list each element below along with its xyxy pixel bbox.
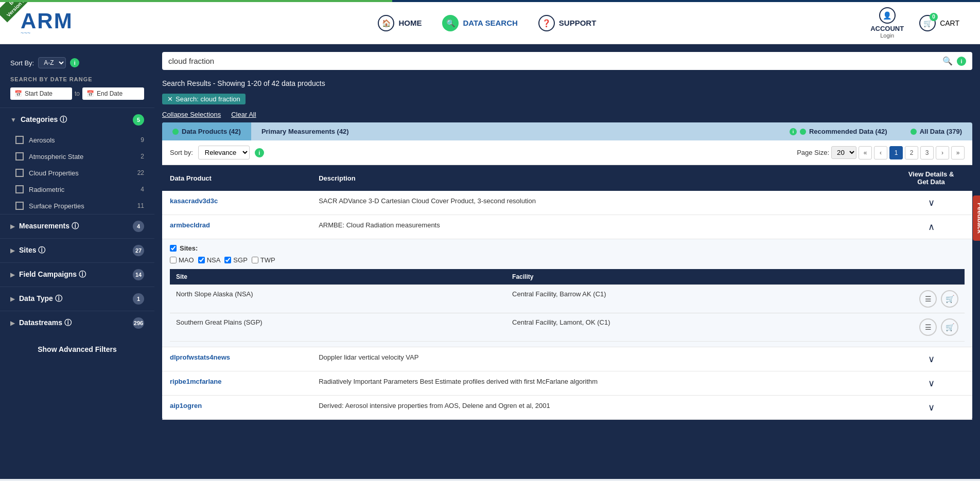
page-last-button[interactable]: » <box>951 146 965 159</box>
filter-header-3[interactable]: ▶Field Campaigns ⓘ14 <box>0 263 154 287</box>
expand-button-4[interactable]: ∨ <box>928 402 935 413</box>
search-input[interactable] <box>168 57 938 65</box>
product-name-4[interactable]: aip1ogren <box>170 402 202 409</box>
tab-recommended-icon: i <box>790 128 797 135</box>
end-date-field[interactable]: 📅 End Date <box>82 87 144 100</box>
filter-item-0-3[interactable]: Radiometric4 <box>0 181 154 198</box>
product-name-0[interactable]: kasacradv3d3c <box>170 197 218 205</box>
details-icon[interactable]: ☰ <box>919 290 937 308</box>
feedback-tab[interactable]: Feedback <box>973 195 981 241</box>
description-cell-4: Derived: Aerosol intensive properties fr… <box>311 396 890 420</box>
description-cell-3: Radiatively Important Parameters Best Es… <box>311 371 890 396</box>
page-3-button[interactable]: 3 <box>920 146 934 159</box>
sort-select[interactable]: A-Z Z-A <box>38 57 66 68</box>
filter-chevron-5: ▶ <box>10 319 15 327</box>
sort-by-label: Sort by: <box>170 149 193 156</box>
inner-facility-0: Central Facility, Barrow AK (C1) <box>506 285 882 313</box>
site-cb-SGP[interactable]: SGP <box>224 256 247 264</box>
show-advanced-filters[interactable]: Show Advanced Filters <box>0 335 154 364</box>
site-cb-TWP[interactable]: TWP <box>252 256 275 264</box>
expand-button-0[interactable]: ∨ <box>928 197 935 208</box>
home-label: HOME <box>398 19 422 27</box>
table-row: aip1ogrenDerived: Aerosol intensive prop… <box>162 396 972 420</box>
nav-data-search[interactable]: 🔍 DATA SEARCH <box>442 15 517 31</box>
filter-chevron-3: ▶ <box>10 271 15 278</box>
filter-item-0-2[interactable]: Cloud Properties22 <box>0 165 154 181</box>
filter-item-label-0-3: Radiometric <box>29 186 135 193</box>
sort-info-icon-2[interactable]: i <box>255 148 264 157</box>
sites-all-checkbox[interactable] <box>170 245 177 252</box>
sort-label: Sort By: <box>10 59 34 67</box>
nav-cart[interactable]: 🛒 0 CART <box>919 15 959 31</box>
tag-remove-icon[interactable]: ✕ <box>167 95 173 103</box>
page-prev-button[interactable]: ‹ <box>874 146 887 159</box>
expanded-content-1: Sites: MAO NSA SGP TWPSiteFacilityNorth … <box>162 239 972 347</box>
page-next-button[interactable]: › <box>936 146 949 159</box>
search-info-icon[interactable]: i <box>957 57 966 66</box>
filter-checkbox-0-4[interactable] <box>15 202 24 210</box>
product-name-1[interactable]: armbecldrad <box>170 221 210 229</box>
site-cb-MAO[interactable]: MAO <box>170 256 194 264</box>
filter-chevron-4: ▶ <box>10 295 15 302</box>
details-icon[interactable]: ☰ <box>919 318 937 336</box>
expand-button-1[interactable]: ∧ <box>928 221 935 233</box>
action-cell-1: ∧ <box>890 215 972 239</box>
start-date-field[interactable]: 📅 Start Date <box>10 87 72 100</box>
filter-item-0-4[interactable]: Surface Properties11 <box>0 198 154 214</box>
product-name-3[interactable]: ripbe1mcfarlane <box>170 378 221 385</box>
product-name-2[interactable]: dlprofwstats4news <box>170 353 230 361</box>
filter-header-4[interactable]: ▶Data Type ⓘ1 <box>0 287 154 311</box>
results-header: Search Results - Showing 1-20 of 42 data… <box>162 75 972 92</box>
inner-th-Facility: Facility <box>506 269 882 285</box>
search-button[interactable]: 🔍 <box>942 56 953 66</box>
account-label: ACCOUNT <box>870 25 904 32</box>
nav-home[interactable]: 🏠 HOME <box>378 15 422 31</box>
tab-data-products[interactable]: Data Products (42) <box>162 122 251 140</box>
sort-by-select[interactable]: Relevance A-Z <box>198 146 250 159</box>
clear-all-button[interactable]: Clear All <box>231 111 256 118</box>
filter-item-0-1[interactable]: Atmospheric State2 <box>0 148 154 165</box>
cart-add-icon[interactable]: 🛒 <box>941 290 958 308</box>
filter-checkbox-0-2[interactable] <box>15 169 24 177</box>
page-2-button[interactable]: 2 <box>905 146 918 159</box>
beta-badge: Beta Version 0.1.7 <box>0 2 36 23</box>
filter-chevron-0: ▼ <box>10 116 16 123</box>
filter-item-count-0-0: 9 <box>141 136 144 144</box>
site-cb-NSA[interactable]: NSA <box>198 256 221 264</box>
site-checkbox-MAO[interactable] <box>170 257 177 263</box>
filter-item-0-0[interactable]: Aerosols9 <box>0 132 154 148</box>
filter-header-2[interactable]: ▶Sites ⓘ27 <box>0 239 154 262</box>
product-cell-3: ripbe1mcfarlane <box>162 371 311 396</box>
page-first-button[interactable]: « <box>859 146 872 159</box>
page-size-select[interactable]: 20 50 <box>831 146 856 159</box>
nav-support[interactable]: ❓ SUPPORT <box>538 15 597 31</box>
description-cell-0: SACR ADVance 3-D Cartesian Cloud Cover P… <box>311 191 890 215</box>
expand-button-2[interactable]: ∨ <box>928 353 935 365</box>
sort-info-icon[interactable]: i <box>70 58 79 67</box>
tab-all-data[interactable]: All Data (379) <box>900 122 972 140</box>
filter-section-2: ▶Sites ⓘ27 <box>0 238 154 262</box>
filter-header-1[interactable]: ▶Measurements ⓘ4 <box>0 215 154 238</box>
filter-checkbox-0-3[interactable] <box>15 185 24 193</box>
pagination: Page Size: 20 50 « ‹ 1 2 3 › » <box>797 146 965 159</box>
data-search-icon: 🔍 <box>442 15 459 31</box>
expand-button-3[interactable]: ∨ <box>928 378 935 389</box>
tab-recommended[interactable]: i Recommended Data (42) <box>779 122 898 140</box>
site-checkbox-SGP[interactable] <box>224 257 231 263</box>
page-1-button[interactable]: 1 <box>889 146 903 159</box>
cart-add-icon[interactable]: 🛒 <box>941 318 958 336</box>
inner-th-Site: Site <box>170 269 506 285</box>
tab-primary-measurements[interactable]: Primary Measurements (42) <box>251 122 359 140</box>
site-checkbox-TWP[interactable] <box>252 257 258 263</box>
filter-item-label-0-0: Aerosols <box>29 136 135 144</box>
filter-header-0[interactable]: ▼Categories ⓘ5 <box>0 108 154 132</box>
filter-checkbox-0-0[interactable] <box>15 136 24 144</box>
filter-header-5[interactable]: ▶Datastreams ⓘ296 <box>0 311 154 335</box>
account-icon: 👤 <box>879 7 896 24</box>
site-checkbox-NSA[interactable] <box>198 257 205 263</box>
main-container: Sort By: A-Z Z-A i SEARCH BY DATE RANGE … <box>0 44 980 479</box>
collapse-bar: Collapse Selections Clear All <box>162 106 972 122</box>
collapse-selections-button[interactable]: Collapse Selections <box>162 111 221 118</box>
filter-checkbox-0-1[interactable] <box>15 152 24 161</box>
nav-account[interactable]: 👤 ACCOUNT Login <box>870 7 904 39</box>
